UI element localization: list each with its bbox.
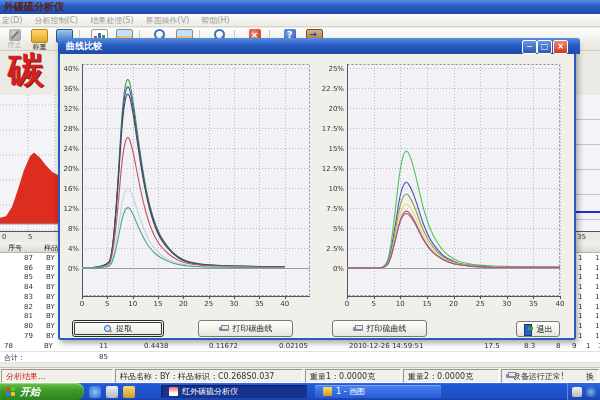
main-chart-tick-35: 35	[577, 233, 586, 241]
status-right-clip: 换	[586, 371, 594, 382]
cell-tail2: 1	[595, 264, 599, 272]
cell-no: 84	[24, 283, 33, 291]
cell: 9	[572, 342, 586, 350]
window-titlebar: 外碳硫分析仪	[0, 0, 600, 14]
cell-name: BY	[46, 312, 55, 320]
main-sulfur-chart-axis	[574, 231, 600, 232]
status-analysis-result: 分析结果...	[1, 369, 113, 383]
status-weight2: 重量2：0.0000克	[403, 369, 499, 383]
start-button[interactable]: 开始	[0, 383, 84, 400]
carbon-compare-chart	[62, 58, 314, 312]
menu-item-2[interactable]: 结果处理(S)	[90, 14, 133, 26]
dialog-titlebar[interactable]: 曲线比较 ─ □ ×	[58, 38, 580, 54]
print-sulfur-button[interactable]: 打印硫曲线	[332, 320, 427, 337]
dialog-exit-label: 退出	[537, 324, 553, 335]
cell: 8	[556, 342, 572, 350]
quick-launch-browser-icon[interactable]	[89, 386, 101, 398]
printer-icon	[219, 325, 229, 333]
cell-tail2: 1	[595, 283, 599, 291]
sulfur-compare-chart	[322, 58, 564, 312]
extract-button[interactable]: 提取	[72, 320, 164, 337]
cell-name: BY	[46, 322, 55, 330]
cell: 85	[99, 353, 144, 361]
cell-tail2: 1	[595, 322, 599, 330]
cell-name: BY	[46, 264, 55, 272]
cell-name: BY	[46, 254, 55, 262]
cell-no: 83	[24, 293, 33, 301]
quick-launch-desktop-icon[interactable]	[106, 386, 118, 398]
cell: 11	[99, 342, 144, 350]
status-sample-info: 样品名称：BY：样品标识：C0.268S0.037	[115, 369, 303, 383]
paint-icon	[323, 387, 332, 396]
toolbar-label: 停止	[2, 41, 27, 49]
minimize-icon[interactable]: ─	[522, 40, 537, 54]
grid-total-row[interactable]: 合计：85	[0, 352, 600, 363]
toolbar-button-停止[interactable]: 停止	[2, 29, 27, 49]
cell: 1	[586, 342, 598, 350]
cell-tail1: 1	[578, 303, 582, 311]
cell-name: BY	[46, 303, 55, 311]
cell: 17.5	[484, 342, 524, 350]
close-icon[interactable]: ×	[553, 40, 568, 54]
dialog-exit-button[interactable]: 退出	[516, 321, 560, 337]
cell: 0.11672	[209, 342, 279, 350]
cell-tail2: 1	[595, 332, 599, 340]
cell-name: BY	[46, 332, 55, 340]
cell-no: 82	[24, 303, 33, 311]
cell: 0.4438	[144, 342, 209, 350]
tray-printer-icon[interactable]	[572, 387, 582, 397]
taskbar: 开始 红外碳硫分析仪 1 - 画图	[0, 383, 600, 400]
curve-compare-dialog: 曲线比较 ─ □ × 提取 打印碳曲线 打印硫曲线 退出	[58, 40, 576, 340]
cell-tail1: 1	[578, 293, 582, 301]
cell: 0.02105	[279, 342, 349, 350]
cell-tail2: 1	[595, 303, 599, 311]
cell-tail1: 1	[578, 332, 582, 340]
screen: 外碳硫分析仪 定(D)分析控制(C)结果处理(S)界面操作(V)帮助(H) 停止…	[0, 0, 600, 400]
cell: 78	[4, 342, 44, 350]
cell-tail2: 1	[595, 312, 599, 320]
cell-name: BY	[46, 283, 55, 291]
cell-tail2: 1	[595, 293, 599, 301]
cell-tail1: 1	[578, 322, 582, 330]
cell-tail2: 1	[595, 254, 599, 262]
stop-icon	[9, 29, 21, 41]
main-sulfur-chart-baseline	[574, 211, 600, 213]
cell-no: 79	[24, 332, 33, 340]
tray-network-icon[interactable]	[586, 387, 596, 397]
menu-item-3[interactable]: 界面操作(V)	[146, 14, 190, 26]
grid-row-78[interactable]: 78BY110.44380.116720.021052010-12-26 14:…	[0, 341, 600, 352]
cell-no: 85	[24, 273, 33, 281]
print-sulfur-label: 打印硫曲线	[367, 323, 407, 334]
cell: BY	[44, 342, 99, 350]
dialog-title: 曲线比较	[66, 41, 102, 51]
cell-tail1: 1	[578, 273, 582, 281]
menu-item-4[interactable]: 帮助(H)	[201, 14, 229, 26]
print-carbon-label: 打印碳曲线	[233, 323, 273, 334]
scale-icon	[31, 29, 48, 43]
status-bar: 分析结果... 样品名称：BY：样品标识：C0.268S0.037 重量1：0.…	[0, 367, 600, 384]
menu-item-1[interactable]: 分析控制(C)	[34, 14, 78, 26]
toolbar-button-称重[interactable]: 称重	[27, 29, 52, 51]
cell-name: BY	[46, 273, 55, 281]
printer-icon	[353, 325, 363, 333]
cell-name: BY	[46, 293, 55, 301]
main-chart-tick-5: 5	[28, 233, 32, 241]
quick-launch-media-icon[interactable]	[123, 386, 135, 398]
taskbar-task-paint[interactable]: 1 - 画图	[315, 385, 441, 398]
system-tray	[567, 383, 600, 400]
windows-flag-icon	[6, 387, 16, 397]
main-carbon-chart	[0, 95, 60, 235]
window-title: 外碳硫分析仪	[4, 1, 64, 12]
cell-no: 80	[24, 322, 33, 330]
cell: 合计：	[4, 353, 44, 363]
maximize-icon[interactable]: □	[537, 40, 552, 54]
cell-tail1: 1	[578, 264, 582, 272]
menubar: 定(D)分析控制(C)结果处理(S)界面操作(V)帮助(H)	[0, 14, 600, 27]
print-carbon-button[interactable]: 打印碳曲线	[198, 320, 293, 337]
cell-no: 87	[24, 254, 33, 262]
taskbar-task-analyzer[interactable]: 红外碳硫分析仪	[161, 385, 307, 398]
menu-item-0[interactable]: 定(D)	[2, 14, 22, 26]
col-header-no[interactable]: 序号	[8, 243, 22, 253]
cell-no: 86	[24, 264, 33, 272]
cell-tail1: 1	[578, 312, 582, 320]
